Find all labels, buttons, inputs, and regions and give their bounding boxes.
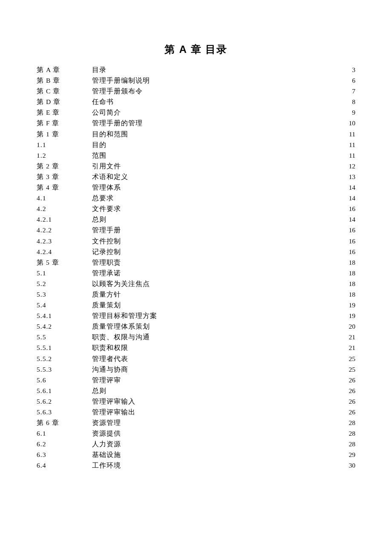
toc-chapter-label: 4.2.2 xyxy=(37,227,92,234)
toc-chapter-label: 6.3 xyxy=(37,451,92,458)
toc-chapter-label: 5.4.2 xyxy=(37,323,92,330)
toc-chapter-label: 第 1 章 xyxy=(37,131,92,138)
toc-page-number: 11 xyxy=(338,152,355,159)
toc-chapter-label: 5.5.3 xyxy=(37,366,92,373)
toc-chapter-label: 第 2 章 xyxy=(37,163,92,170)
toc-row: 第 3 章术语和定义13 xyxy=(37,173,355,180)
toc-entry-title: 目录 xyxy=(92,66,338,73)
toc-row: 4.2.1总则14 xyxy=(37,216,355,223)
toc-chapter-label: 5.4 xyxy=(37,302,92,309)
toc-entry-title: 工作环境 xyxy=(92,462,338,469)
toc-chapter-label: 第 C 章 xyxy=(37,88,92,95)
toc-chapter-label: 第 4 章 xyxy=(37,184,92,191)
toc-entry-title: 管理手册的管理 xyxy=(92,120,338,127)
toc-page-number: 19 xyxy=(338,302,355,309)
toc-page-number: 21 xyxy=(338,344,355,351)
toc-row: 6.1资源提供28 xyxy=(37,430,355,437)
toc-entry-title: 管理目标和管理方案 xyxy=(92,312,338,319)
toc-chapter-label: 5.3 xyxy=(37,291,92,298)
toc-chapter-label: 5.6 xyxy=(37,377,92,384)
toc-entry-title: 质量策划 xyxy=(92,302,338,309)
toc-row: 4.2文件要求16 xyxy=(37,205,355,212)
toc-entry-title: 文件控制 xyxy=(92,238,338,245)
toc-entry-title: 文件要求 xyxy=(92,205,338,212)
toc-row: 第 6 章资源管理28 xyxy=(37,419,355,426)
toc-chapter-label: 5.4.1 xyxy=(37,312,92,319)
toc-page-number: 28 xyxy=(338,430,355,437)
toc-row: 第 1 章目的和范围11 xyxy=(37,131,355,138)
toc-row: 第 F 章管理手册的管理10 xyxy=(37,120,355,127)
toc-row: 第 B 章管理手册编制说明6 xyxy=(37,77,355,84)
toc-page-number: 14 xyxy=(338,184,355,191)
toc-entry-title: 管理手册编制说明 xyxy=(92,77,338,84)
toc-chapter-label: 4.2.1 xyxy=(37,216,92,223)
toc-row: 5.4.2质量管理体系策划20 xyxy=(37,323,355,330)
toc-row: 4.2.4记录控制16 xyxy=(37,249,355,255)
toc-chapter-label: 5.5.1 xyxy=(37,344,92,351)
toc-chapter-label: 6.4 xyxy=(37,462,92,469)
toc-entry-title: 管理职责 xyxy=(92,259,338,266)
toc-page-number: 13 xyxy=(338,173,355,180)
toc-chapter-label: 5.2 xyxy=(37,280,92,287)
toc-row: 5.6.2管理评审输入26 xyxy=(37,398,355,405)
toc-entry-title: 总则 xyxy=(92,216,338,223)
toc-chapter-label: 6.1 xyxy=(37,430,92,437)
toc-entry-title: 沟通与协商 xyxy=(92,366,338,373)
toc-entry-title: 引用文件 xyxy=(92,163,338,170)
toc-row: 5.6管理评审26 xyxy=(37,377,355,384)
toc-chapter-label: 6.2 xyxy=(37,441,92,448)
toc-entry-title: 职责和权限 xyxy=(92,344,338,351)
toc-chapter-label: 5.5 xyxy=(37,334,92,341)
toc-row: 5.2以顾客为关注焦点18 xyxy=(37,280,355,287)
toc-row: 第 2 章引用文件12 xyxy=(37,163,355,170)
toc-chapter-label: 第 B 章 xyxy=(37,77,92,84)
toc-entry-title: 目的 xyxy=(92,142,338,148)
toc-page-number: 26 xyxy=(338,387,355,394)
toc-page-number: 12 xyxy=(338,163,355,170)
toc-page-number: 14 xyxy=(338,195,355,202)
toc-page-number: 18 xyxy=(338,259,355,266)
toc-chapter-label: 4.1 xyxy=(37,195,92,202)
toc-row: 4.2.3文件控制16 xyxy=(37,238,355,245)
toc-page-number: 19 xyxy=(338,312,355,319)
toc-page-number: 18 xyxy=(338,280,355,287)
toc-chapter-label: 第 F 章 xyxy=(37,120,92,127)
toc-page-number: 28 xyxy=(338,441,355,448)
toc-page-number: 6 xyxy=(338,77,355,84)
toc-page-number: 3 xyxy=(338,66,355,73)
toc-entry-title: 管理评审 xyxy=(92,377,338,384)
toc-page-number: 26 xyxy=(338,398,355,405)
toc-row: 第 4 章管理体系14 xyxy=(37,184,355,191)
toc-chapter-label: 第 5 章 xyxy=(37,259,92,266)
toc-page-number: 9 xyxy=(338,109,355,116)
toc-page-number: 11 xyxy=(338,142,355,148)
toc-row: 5.4质量策划19 xyxy=(37,302,355,309)
toc-page-number: 16 xyxy=(338,227,355,234)
toc-row: 5.4.1管理目标和管理方案19 xyxy=(37,312,355,319)
toc-row: 第 C 章管理手册颁布令7 xyxy=(37,88,355,95)
toc-chapter-label: 第 D 章 xyxy=(37,98,92,105)
toc-page-number: 18 xyxy=(338,291,355,298)
toc-entry-title: 管理承诺 xyxy=(92,270,338,277)
toc-page-number: 26 xyxy=(338,377,355,384)
toc-page-number: 26 xyxy=(338,409,355,416)
toc-entry-title: 公司简介 xyxy=(92,109,338,116)
toc-entry-title: 质量方针 xyxy=(92,291,338,298)
toc-chapter-label: 4.2 xyxy=(37,205,92,212)
toc-page-number: 14 xyxy=(338,216,355,223)
toc-page-number: 16 xyxy=(338,238,355,245)
toc-entry-title: 职责、权限与沟通 xyxy=(92,334,338,341)
page-title: 第 A 章 目录 xyxy=(37,43,355,56)
toc-row: 1.1目的11 xyxy=(37,142,355,148)
toc-chapter-label: 第 E 章 xyxy=(37,109,92,116)
toc-row: 5.5.3沟通与协商25 xyxy=(37,366,355,373)
toc-entry-title: 目的和范围 xyxy=(92,131,338,138)
toc-row: 4.1总要求14 xyxy=(37,195,355,202)
toc-page-number: 7 xyxy=(338,88,355,95)
toc-entry-title: 总则 xyxy=(92,387,338,394)
toc-entry-title: 资源提供 xyxy=(92,430,338,437)
toc-row: 6.2人力资源28 xyxy=(37,441,355,448)
toc-chapter-label: 4.2.4 xyxy=(37,249,92,255)
table-of-contents: 第 A 章目录3第 B 章管理手册编制说明6第 C 章管理手册颁布令7第 D 章… xyxy=(37,66,355,469)
toc-row: 5.5.2管理者代表25 xyxy=(37,356,355,362)
